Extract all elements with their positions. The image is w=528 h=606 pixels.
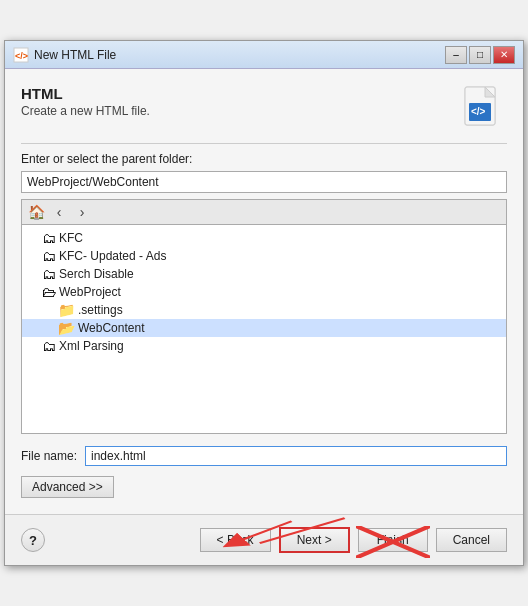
html-file-icon: </> [459, 85, 507, 133]
project-icon: 🗂 [42, 230, 56, 246]
tree-item-label: .settings [78, 303, 123, 317]
header-text: HTML Create a new HTML file. [21, 85, 150, 118]
svg-text:</>: </> [15, 51, 28, 61]
window-title: New HTML File [34, 48, 116, 62]
dialog-title: HTML [21, 85, 150, 102]
tree-item-kfc-ads[interactable]: 🗂 KFC- Updated - Ads [22, 247, 506, 265]
file-name-section: File name: [21, 446, 507, 466]
tree-item-label: Serch Disable [59, 267, 134, 281]
file-name-input[interactable] [85, 446, 507, 466]
tree-item-label: WebContent [78, 321, 145, 335]
project-icon: 🗂 [42, 266, 56, 282]
home-button[interactable]: 🏠 [26, 203, 46, 221]
tree-item-kfc[interactable]: 🗂 KFC [22, 229, 506, 247]
advanced-button[interactable]: Advanced >> [21, 476, 114, 498]
dialog-header: HTML Create a new HTML file. </> [21, 85, 507, 133]
folder-tree[interactable]: 🗂 KFC 🗂 KFC- Updated - Ads 🗂 Serch Disab… [21, 224, 507, 434]
dialog-content: HTML Create a new HTML file. </> Enter o… [5, 69, 523, 514]
tree-toolbar: 🏠 ‹ › [21, 199, 507, 224]
tree-item-webcontent[interactable]: 📂 WebContent [22, 319, 506, 337]
cancel-button[interactable]: Cancel [436, 528, 507, 552]
close-button[interactable]: ✕ [493, 46, 515, 64]
tree-item-label: WebProject [59, 285, 121, 299]
project-icon: 🗂 [42, 338, 56, 354]
file-name-label: File name: [21, 449, 77, 463]
bottom-buttons: ? < Back Next > Finish Cancel [21, 527, 507, 553]
bottom-section: ? < Back Next > Finish Cancel [5, 514, 523, 565]
tree-item-webproject[interactable]: 🗁 WebProject [22, 283, 506, 301]
tree-item-label: KFC [59, 231, 83, 245]
next-button[interactable]: Next > [279, 527, 350, 553]
back-button[interactable]: < Back [200, 528, 271, 552]
titlebar-left: </> New HTML File [13, 47, 116, 63]
maximize-button[interactable]: □ [469, 46, 491, 64]
tree-item-label: Xml Parsing [59, 339, 124, 353]
finish-button[interactable]: Finish [358, 528, 428, 552]
folder-icon: 📁 [58, 302, 75, 318]
folder-open-icon: 📂 [58, 320, 75, 336]
titlebar-buttons: – □ ✕ [445, 46, 515, 64]
finish-btn-container: Finish [358, 528, 428, 552]
forward-nav-button[interactable]: › [72, 203, 92, 221]
svg-text:</>: </> [471, 106, 486, 117]
tree-item-serch-disable[interactable]: 🗂 Serch Disable [22, 265, 506, 283]
project-open-icon: 🗁 [42, 284, 56, 300]
help-button[interactable]: ? [21, 528, 45, 552]
tree-item-xml-parsing[interactable]: 🗂 Xml Parsing [22, 337, 506, 355]
dialog-window: </> New HTML File – □ ✕ HTML Create a ne… [4, 40, 524, 566]
minimize-button[interactable]: – [445, 46, 467, 64]
dialog-subtitle: Create a new HTML file. [21, 104, 150, 118]
header-divider [21, 143, 507, 144]
tree-item-label: KFC- Updated - Ads [59, 249, 166, 263]
tree-item-settings[interactable]: 📁 .settings [22, 301, 506, 319]
folder-path-input[interactable] [21, 171, 507, 193]
titlebar: </> New HTML File – □ ✕ [5, 41, 523, 69]
back-nav-button[interactable]: ‹ [49, 203, 69, 221]
folder-label: Enter or select the parent folder: [21, 152, 507, 166]
window-icon: </> [13, 47, 29, 63]
project-icon: 🗂 [42, 248, 56, 264]
